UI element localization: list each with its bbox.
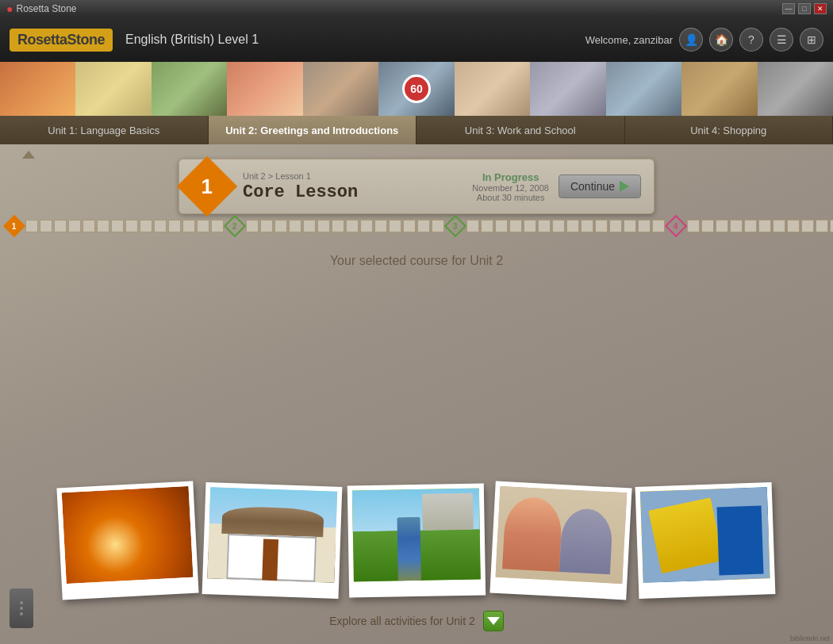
strip-image-6: 60	[378, 62, 454, 116]
lesson-title: Core Lesson	[243, 182, 472, 202]
progress-squares-2	[246, 220, 444, 232]
prog-sq	[211, 220, 224, 232]
progress-squares-1	[25, 220, 224, 232]
lesson-status: In Progress November 12, 2008 About 30 m…	[472, 171, 549, 202]
minimize-button[interactable]: —	[782, 3, 795, 14]
selected-course-text: Your selected course for Unit 2	[0, 254, 833, 268]
welcome-text: Welcome, zanzibar	[585, 34, 673, 46]
unit-tab-3[interactable]: Unit 3: Work and School	[416, 116, 625, 144]
prog-sq	[716, 220, 728, 232]
prog-sq	[97, 220, 109, 232]
prog-sq	[466, 220, 479, 232]
photo-4	[495, 486, 627, 584]
status-label: In Progress	[472, 171, 549, 183]
title-bar: ● Rosetta Stone — □ ✕	[0, 0, 833, 17]
speaker-dot	[20, 607, 23, 610]
progress-diamond-3: 3	[444, 215, 466, 237]
lesson-badge: 1	[177, 156, 237, 217]
watermark: biblioteki.net	[790, 634, 830, 642]
prog-sq	[538, 220, 551, 232]
photo-frame-1[interactable]	[56, 481, 198, 600]
prog-sq	[581, 220, 593, 232]
prog-sq	[317, 220, 330, 232]
strip-image-9	[606, 62, 681, 116]
progress-diamond-1: 1	[3, 215, 25, 237]
user-icon-button[interactable]: 👤	[679, 28, 703, 52]
prog-sq	[125, 220, 138, 232]
prog-sq	[111, 220, 124, 232]
progress-row: 1 2	[0, 214, 833, 238]
strip-image-11	[758, 62, 833, 116]
prog-sq	[830, 220, 833, 232]
prog-sq	[624, 220, 636, 232]
explore-button[interactable]	[483, 611, 504, 631]
prog-sq	[816, 220, 828, 232]
prog-sq	[744, 220, 757, 232]
prog-sq	[417, 220, 430, 232]
photo-frame-2[interactable]	[202, 482, 343, 599]
unit-tab-2[interactable]: Unit 2: Greetings and Introductions	[209, 116, 417, 144]
status-time: About 30 minutes	[472, 193, 549, 202]
unit-tab-1[interactable]: Unit 1: Language Basics	[0, 116, 209, 144]
photo-2	[207, 487, 337, 583]
header-right: Welcome, zanzibar 👤 🏠 ? ☰ ⊞	[585, 28, 823, 52]
photo-1	[62, 486, 194, 584]
prog-sq	[140, 220, 152, 232]
prog-sq	[54, 220, 67, 232]
prog-sq	[289, 220, 301, 232]
explore-area: Explore all activities for Unit 2	[0, 611, 833, 631]
home-icon-button[interactable]: 🏠	[709, 28, 733, 52]
app-header: RosettaStone English (British) Level 1 W…	[0, 17, 833, 62]
strip-image-3	[152, 62, 227, 116]
prog-sq	[374, 220, 387, 232]
status-date: November 12, 2008	[472, 183, 549, 193]
app-icon: ●	[6, 2, 13, 15]
prog-sq	[40, 220, 52, 232]
photo-frame-5[interactable]	[635, 482, 776, 599]
continue-label: Continue	[570, 180, 615, 193]
prog-sq	[303, 220, 316, 232]
progress-squares-3	[466, 220, 665, 232]
unit-tab-4[interactable]: Unit 4: Shopping	[625, 116, 834, 144]
prog-sq	[730, 220, 743, 232]
photo-strip	[0, 485, 833, 596]
close-button[interactable]: ✕	[814, 3, 827, 14]
scroll-up-arrow	[22, 151, 35, 159]
prog-sq	[83, 220, 95, 232]
photo-frame-4[interactable]	[489, 481, 631, 600]
strip-image-10	[681, 62, 757, 116]
window-icon-button[interactable]: ⊞	[800, 28, 823, 52]
prog-sq	[638, 220, 651, 232]
photo-frame-3[interactable]	[347, 484, 486, 598]
lesson-subtitle: Unit 2 > Lesson 1	[243, 171, 472, 181]
down-arrow-icon	[487, 617, 500, 625]
strip-image-2	[75, 62, 151, 116]
speaker-icon	[10, 588, 33, 628]
window-controls: — □ ✕	[782, 3, 827, 14]
prog-sq	[332, 220, 344, 232]
prog-sq	[595, 220, 608, 232]
prog-sq	[552, 220, 565, 232]
prog-sq	[274, 220, 287, 232]
play-icon	[620, 181, 629, 192]
prog-sq	[524, 220, 536, 232]
logo-rosetta: Rosetta	[17, 32, 67, 48]
lesson-info: Unit 2 > Lesson 1 Core Lesson	[243, 171, 472, 202]
strip-image-8	[530, 62, 605, 116]
strip-image-1	[0, 62, 75, 116]
progress-squares-4	[687, 220, 833, 232]
prog-sq	[246, 220, 259, 232]
prog-sq	[801, 220, 814, 232]
lesson-card: 1 Unit 2 > Lesson 1 Core Lesson In Progr…	[178, 159, 654, 214]
continue-button[interactable]: Continue	[559, 174, 641, 198]
course-title: English (British) Level 1	[125, 33, 259, 47]
prog-sq	[168, 220, 181, 232]
maximize-button[interactable]: □	[798, 3, 811, 14]
lesson-badge-number: 1	[202, 174, 213, 199]
help-icon-button[interactable]: ?	[739, 28, 763, 52]
prog-sq	[182, 220, 195, 232]
main-content: 1 Unit 2 > Lesson 1 Core Lesson In Progr…	[0, 144, 833, 644]
prog-sq	[609, 220, 622, 232]
menu-icon-button[interactable]: ☰	[770, 28, 793, 52]
progress-diamond-2: 2	[224, 215, 246, 237]
